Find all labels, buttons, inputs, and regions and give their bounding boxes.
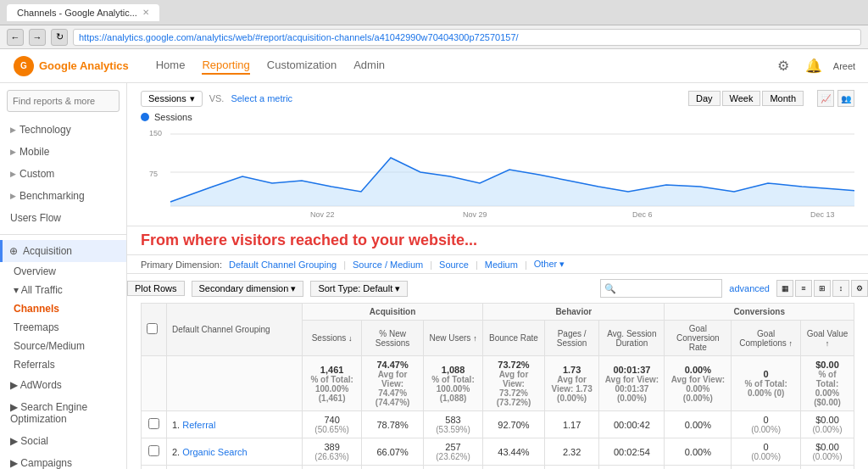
sort-type-btn[interactable]: Sort Type: Default ▾ — [310, 281, 408, 297]
select-metric-link[interactable]: Select a metric — [231, 93, 292, 103]
pct-new-sessions-header[interactable]: % New Sessions — [362, 321, 424, 356]
row3-checkbox — [142, 466, 167, 470]
notifications-icon[interactable]: 🔔 — [804, 56, 824, 76]
chart-legend: Sessions — [141, 112, 854, 122]
svg-text:Nov 22: Nov 22 — [310, 210, 335, 219]
address-bar[interactable]: https://analytics.google.com/analytics/w… — [73, 29, 861, 46]
row1-goal-conv: 0.00% — [665, 411, 732, 438]
row3-goal-conv: 0.00% — [665, 466, 732, 470]
pivot-view-btn[interactable]: ↕ — [832, 280, 849, 297]
row2-pct-new: 66.07% — [362, 438, 424, 466]
secondary-dimension-btn[interactable]: Secondary dimension ▾ — [192, 281, 304, 297]
back-button[interactable]: ← — [7, 29, 24, 46]
sidebar-item-technology[interactable]: ▶ Technology — [0, 119, 126, 141]
sidebar-sub-all-traffic[interactable]: ▾ All Traffic — [0, 281, 126, 299]
forward-button[interactable]: → — [29, 29, 46, 46]
total-pct-new-sub: Avg for View: 74.47%(74.47%) — [367, 370, 418, 407]
row2-channel: 2. Organic Search — [167, 438, 303, 466]
totals-duration-cell: 00:01:37 Avg for View: 00:01:37(0.00%) — [599, 356, 665, 411]
refresh-button[interactable]: ↻ — [51, 29, 68, 46]
goal-completions-header[interactable]: Goal Completions ↑ — [732, 321, 801, 356]
browser-tab[interactable]: Channels - Google Analytic... ✕ — [7, 4, 159, 21]
chart-container: 150 75 Nov 22 Nov 29 Dec 6 — [141, 126, 854, 219]
legend-label: Sessions — [154, 112, 192, 122]
sep: | — [343, 260, 346, 270]
nav-admin[interactable]: Admin — [353, 57, 385, 75]
sidebar-item-benchmarking[interactable]: ▶ Benchmarking — [0, 185, 126, 207]
sidebar-label: Acquisition — [23, 245, 72, 257]
custom-view-btn[interactable]: ⚙ — [851, 280, 868, 297]
sidebar-item-users-flow[interactable]: Users Flow — [0, 207, 126, 229]
row2-sessions: 389 (26.63%) — [303, 438, 362, 466]
line-chart-btn[interactable]: 📈 — [817, 90, 834, 107]
sidebar-item-seo[interactable]: ▶ Search Engine Optimization — [0, 396, 126, 430]
avg-session-header[interactable]: Avg. Session Duration — [599, 321, 665, 356]
row3-bounce: 66.11% — [483, 466, 545, 470]
day-btn[interactable]: Day — [688, 91, 721, 106]
sidebar-sub-referrals[interactable]: Referrals — [0, 355, 126, 374]
default-channel-tab[interactable]: Default Channel Grouping — [229, 260, 337, 270]
nav-home[interactable]: Home — [156, 57, 186, 75]
dropdown-icon: ▾ — [190, 93, 195, 104]
sidebar-sub-overview[interactable]: Overview — [0, 262, 126, 281]
bounce-rate-header[interactable]: Bounce Rate — [483, 321, 545, 356]
sidebar-item-mobile[interactable]: ▶ Mobile — [0, 141, 126, 163]
goal-value-header[interactable]: Goal Value ↑ — [801, 321, 854, 356]
advanced-link[interactable]: advanced — [729, 283, 770, 293]
sidebar-sub-channels[interactable]: Channels — [0, 299, 126, 318]
app-container: G Google Analytics Home Reporting Custom… — [0, 49, 868, 469]
source-tab[interactable]: Source — [439, 260, 469, 270]
row1-duration: 00:00:42 — [599, 411, 665, 438]
week-btn[interactable]: Week — [722, 91, 761, 106]
new-users-header[interactable]: New Users ↑ — [423, 321, 482, 356]
plot-rows-button[interactable]: Plot Rows — [127, 281, 185, 296]
sidebar-label: Custom — [19, 168, 54, 180]
sidebar-item-campaigns[interactable]: ▶ Campaigns — [0, 452, 126, 469]
settings-icon[interactable]: ⚙ — [773, 56, 793, 76]
select-all-checkbox[interactable] — [147, 323, 158, 334]
data-table: Default Channel Grouping Acquisition Beh… — [141, 303, 854, 469]
list-view-btn[interactable]: ≡ — [795, 280, 812, 297]
sidebar-sub-treemaps[interactable]: Treemaps — [0, 318, 126, 337]
sidebar-item-custom[interactable]: ▶ Custom — [0, 163, 126, 185]
sidebar-item-social[interactable]: ▶ Social — [0, 430, 126, 452]
totals-row: 1,461 % of Total: 100.00%(1,461) 74.47% … — [142, 356, 854, 411]
search-input[interactable] — [7, 90, 120, 112]
row3-channel: 3. Social — [167, 466, 303, 470]
goal-conv-rate-header[interactable]: Goal Conversion Rate — [665, 321, 732, 356]
totals-sessions-cell: 1,461 % of Total: 100.00%(1,461) — [303, 356, 362, 411]
grid-view-btn[interactable]: ▦ — [776, 280, 793, 297]
sidebar-sub-source-medium[interactable]: Source/Medium — [0, 337, 126, 355]
tab-close-btn[interactable]: ✕ — [142, 8, 149, 17]
row-checkbox[interactable] — [148, 418, 159, 429]
pages-session-header[interactable]: Pages / Session — [544, 321, 599, 356]
total-duration: 00:01:37 — [613, 365, 650, 375]
medium-tab[interactable]: Medium — [485, 260, 518, 270]
channel-grouping-header: Default Channel Grouping — [167, 304, 303, 356]
sessions-metric-btn[interactable]: Sessions ▾ — [141, 91, 203, 107]
compare-view-btn[interactable]: ⊞ — [814, 280, 831, 297]
channel-link[interactable]: Referral — [182, 420, 215, 430]
row-checkbox[interactable] — [148, 445, 159, 456]
sidebar-item-acquisition[interactable]: ⊕ Acquisition — [0, 240, 126, 262]
sessions-col-header[interactable]: Sessions ↓ — [303, 321, 362, 356]
table-wrapper: Default Channel Grouping Acquisition Beh… — [127, 303, 868, 469]
people-chart-btn[interactable]: 👥 — [837, 90, 854, 107]
other-tab[interactable]: Other ▾ — [534, 259, 565, 270]
table-search-input[interactable] — [616, 283, 718, 293]
total-pages-sub: Avg for View: 1.73(0.00%) — [550, 375, 594, 403]
arrow-icon: ▶ — [10, 170, 16, 178]
primary-dim-label: Primary Dimension: — [141, 260, 222, 270]
sidebar-item-adwords[interactable]: ▶ AdWords — [0, 374, 126, 396]
source-medium-tab[interactable]: Source / Medium — [353, 260, 423, 270]
nav-reporting[interactable]: Reporting — [202, 57, 249, 75]
totals-goal-comp-cell: 0 % of Total: 0.00% (0) — [732, 356, 801, 411]
svg-text:Dec 6: Dec 6 — [632, 210, 653, 219]
month-btn[interactable]: Month — [762, 91, 804, 106]
user-avatar[interactable]: Areet — [834, 56, 854, 76]
total-goal-comp-sub: % of Total: 0.00% (0) — [737, 379, 795, 398]
row-number: 1. — [172, 420, 182, 430]
channel-link[interactable]: Organic Search — [182, 447, 247, 457]
totals-new-users-cell: 1,088 % of Total: 100.00%(1,088) — [423, 356, 482, 411]
nav-customization[interactable]: Customization — [267, 57, 337, 75]
